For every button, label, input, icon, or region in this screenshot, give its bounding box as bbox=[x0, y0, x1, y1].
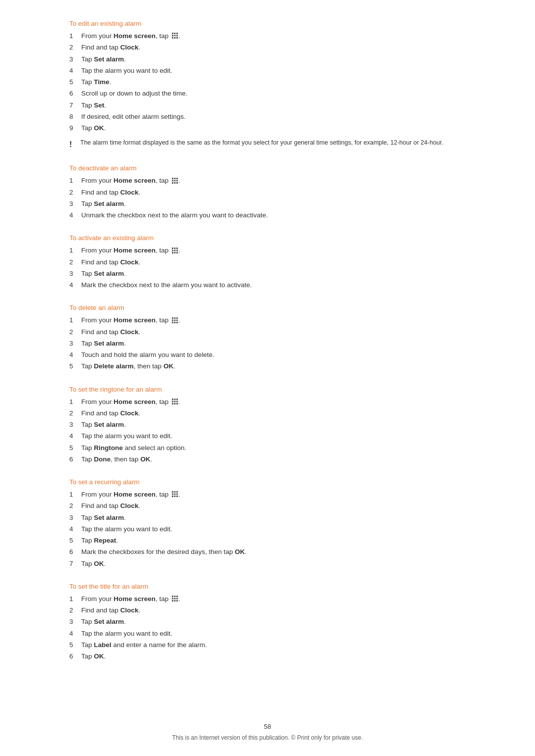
svg-rect-42 bbox=[172, 403, 173, 404]
svg-rect-37 bbox=[174, 399, 176, 400]
step-text: Tap Set alarm. bbox=[81, 199, 476, 209]
section-activate-alarm: To activate an existing alarm1From your … bbox=[59, 234, 476, 290]
svg-rect-17 bbox=[176, 182, 178, 184]
step-text: Tap the alarm you want to edit. bbox=[81, 431, 476, 441]
step-text: From your Home screen, tap . bbox=[81, 397, 476, 407]
step-number: 2 bbox=[69, 257, 81, 267]
step-number: 4 bbox=[69, 629, 81, 639]
step-number: 7 bbox=[69, 559, 81, 569]
step-text: Find and tap Clock. bbox=[81, 408, 476, 418]
list-item: 6Tap Done, then tap OK. bbox=[69, 454, 476, 464]
list-item: 4Touch and hold the alarm you want to de… bbox=[69, 350, 476, 360]
step-text: Find and tap Clock. bbox=[81, 327, 476, 337]
svg-rect-46 bbox=[174, 491, 176, 493]
list-item: 4Tap the alarm you want to edit. bbox=[69, 629, 476, 639]
step-text: Scroll up or down to adjust the time. bbox=[81, 89, 476, 99]
step-list-edit-alarm: 1From your Home screen, tap .2Find and t… bbox=[69, 31, 476, 133]
svg-rect-55 bbox=[174, 596, 176, 597]
list-item: 7Tap Set. bbox=[69, 101, 476, 110]
list-item: 1From your Home screen, tap . bbox=[69, 594, 476, 604]
step-text: Find and tap Clock. bbox=[81, 605, 476, 615]
section-title-set-ringtone: To set the ringtone for an alarm bbox=[69, 386, 476, 393]
svg-rect-24 bbox=[172, 252, 173, 253]
list-item: 9Tap OK. bbox=[69, 123, 476, 133]
list-item: 1From your Home screen, tap . bbox=[69, 315, 476, 325]
svg-rect-53 bbox=[176, 496, 178, 497]
step-text: Tap Ringtone and select an option. bbox=[81, 443, 476, 453]
step-list-delete-alarm: 1From your Home screen, tap .2Find and t… bbox=[69, 315, 476, 371]
svg-rect-1 bbox=[174, 33, 176, 34]
step-text: Tap the alarm you want to edit. bbox=[81, 524, 476, 534]
step-text: Tap Label and enter a name for the alarm… bbox=[81, 640, 476, 650]
step-text: Tap the alarm you want to edit. bbox=[81, 66, 476, 76]
step-number: 6 bbox=[69, 89, 81, 99]
svg-rect-54 bbox=[172, 596, 173, 597]
section-title-edit-alarm: To edit an existing alarm bbox=[69, 20, 476, 27]
svg-rect-9 bbox=[172, 178, 173, 179]
svg-rect-0 bbox=[172, 33, 173, 34]
step-text: Mark the checkboxes for the desired days… bbox=[81, 547, 476, 557]
svg-rect-51 bbox=[172, 496, 173, 497]
step-text: Tap Set alarm. bbox=[81, 269, 476, 279]
list-item: 1From your Home screen, tap . bbox=[69, 246, 476, 255]
step-text: Tap Time. bbox=[81, 77, 476, 87]
svg-rect-62 bbox=[176, 600, 178, 602]
svg-rect-12 bbox=[172, 180, 173, 181]
svg-rect-8 bbox=[176, 37, 178, 39]
list-item: 4Mark the checkbox next to the alarm you… bbox=[69, 280, 476, 290]
svg-rect-39 bbox=[172, 401, 173, 402]
list-item: 2Find and tap Clock. bbox=[69, 257, 476, 267]
step-number: 3 bbox=[69, 269, 81, 279]
list-item: 5Tap Ringtone and select an option. bbox=[69, 443, 476, 453]
svg-rect-34 bbox=[174, 322, 176, 323]
list-item: 3Tap Set alarm. bbox=[69, 339, 476, 349]
step-text: Mark the checkbox next to the alarm you … bbox=[81, 280, 476, 290]
svg-rect-58 bbox=[174, 598, 176, 600]
svg-rect-43 bbox=[174, 403, 176, 404]
step-number: 1 bbox=[69, 315, 81, 325]
svg-rect-30 bbox=[172, 319, 173, 321]
list-item: 2Find and tap Clock. bbox=[69, 43, 476, 52]
list-item: 1From your Home screen, tap . bbox=[69, 397, 476, 407]
step-text: From your Home screen, tap . bbox=[81, 594, 476, 604]
step-number: 3 bbox=[69, 54, 81, 64]
section-deactivate-alarm: To deactivate an alarm1From your Home sc… bbox=[59, 164, 476, 220]
step-text: Tap OK. bbox=[81, 652, 476, 661]
step-text: Unmark the checkbox next to the alarm yo… bbox=[81, 210, 476, 220]
step-number: 4 bbox=[69, 524, 81, 534]
grid-icon bbox=[171, 32, 178, 39]
svg-rect-16 bbox=[174, 182, 176, 184]
step-number: 2 bbox=[69, 43, 81, 52]
step-list-set-title: 1From your Home screen, tap .2Find and t… bbox=[69, 594, 476, 662]
list-item: 2Find and tap Clock. bbox=[69, 188, 476, 198]
svg-rect-61 bbox=[174, 600, 176, 602]
step-number: 5 bbox=[69, 536, 81, 546]
svg-rect-4 bbox=[174, 35, 176, 37]
step-number: 4 bbox=[69, 280, 81, 290]
list-item: 1From your Home screen, tap . bbox=[69, 31, 476, 41]
step-number: 2 bbox=[69, 188, 81, 198]
section-set-ringtone: To set the ringtone for an alarm1From yo… bbox=[59, 386, 476, 465]
step-number: 8 bbox=[69, 112, 81, 122]
section-title-set-recurring: To set a recurring alarm bbox=[69, 478, 476, 486]
list-item: 2Find and tap Clock. bbox=[69, 605, 476, 615]
section-title-deactivate-alarm: To deactivate an alarm bbox=[69, 164, 476, 172]
svg-rect-60 bbox=[172, 600, 173, 602]
step-text: From your Home screen, tap . bbox=[81, 490, 476, 500]
svg-rect-20 bbox=[176, 248, 178, 249]
svg-rect-21 bbox=[172, 250, 173, 251]
grid-icon bbox=[171, 398, 178, 405]
step-text: From your Home screen, tap . bbox=[81, 246, 476, 255]
step-number: 4 bbox=[69, 350, 81, 360]
svg-rect-11 bbox=[176, 178, 178, 179]
list-item: 2Find and tap Clock. bbox=[69, 501, 476, 511]
svg-rect-15 bbox=[172, 182, 173, 184]
svg-rect-56 bbox=[176, 596, 178, 597]
svg-rect-40 bbox=[174, 401, 176, 402]
step-text: Find and tap Clock. bbox=[81, 43, 476, 52]
svg-rect-2 bbox=[176, 33, 178, 34]
svg-rect-47 bbox=[176, 491, 178, 493]
svg-rect-22 bbox=[174, 250, 176, 251]
step-number: 1 bbox=[69, 246, 81, 255]
step-number: 3 bbox=[69, 513, 81, 523]
